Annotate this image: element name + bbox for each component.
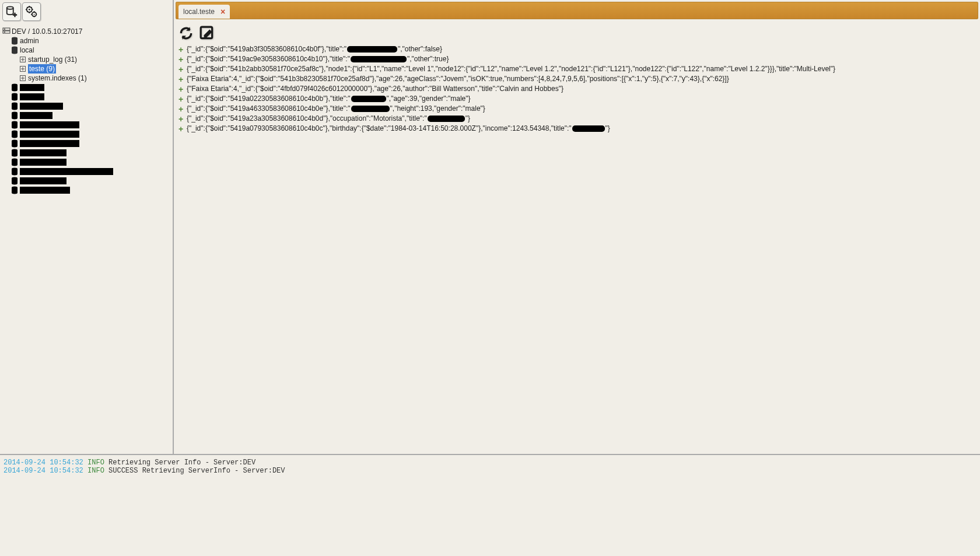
tree-collection-node[interactable]: startup_log (31) [2, 55, 170, 64]
document-row[interactable]: +{"_id":{"$oid":"541b2abb30581f70ce25af8… [178, 64, 975, 74]
database-icon [10, 102, 19, 110]
document-text: {"_id":{"$oid":"5419a07930583608610c4b0c… [187, 124, 572, 134]
document-row[interactable]: +{"_id":{"$oid":"5419a02230583608610c4b0… [178, 94, 975, 104]
database-icon [10, 130, 19, 138]
document-toolbar [174, 21, 980, 43]
redacted-label [20, 187, 70, 194]
document-text: {"_id":{"$oid":"5419a23a30583608610c4b0d… [187, 114, 427, 124]
settings-button[interactable] [22, 2, 41, 21]
database-icon [10, 111, 19, 120]
expand-icon[interactable]: + [178, 106, 184, 112]
document-row[interactable]: +{"Faixa Etaria":4,"_id":{"$oid":"541b3b… [178, 74, 975, 84]
tree-db-node[interactable]: admin [2, 36, 170, 46]
database-icon [10, 186, 19, 194]
document-text: ","height":193,"gender":"male"} [390, 104, 485, 114]
svg-rect-6 [3, 31, 10, 33]
database-icon [10, 121, 19, 129]
log-message: SUCCESS Retrieving ServerInfo - Server:D… [108, 467, 285, 475]
tree-collection-node[interactable]: teste (9) [2, 64, 170, 74]
document-text: {"Faixa Etaria":4,"_id":{"$oid":"541b3b8… [187, 74, 729, 84]
tree-db-node-redacted[interactable] [2, 158, 170, 167]
document-text: {"_id":{"$oid":"5419a02230583608610c4b0b… [187, 94, 351, 104]
svg-point-2 [29, 9, 30, 11]
expand-icon [19, 74, 27, 82]
document-text: "} [466, 114, 470, 124]
sidebar: DEV / 10.0.5.10:27017 admin local [0, 0, 174, 454]
redacted-value [351, 96, 386, 102]
svg-rect-5 [3, 28, 10, 30]
redacted-value [351, 56, 407, 62]
tree-collection-node[interactable]: system.indexes (1) [2, 74, 170, 83]
document-row[interactable]: +{"Faixa Etaria":4,"_id":{"$oid":"4fbfd0… [178, 84, 975, 94]
expand-icon [19, 65, 27, 73]
tree-db-node-redacted[interactable] [2, 148, 170, 158]
collection-label: system.indexes (1) [28, 74, 87, 83]
redacted-label [20, 168, 113, 175]
expand-icon[interactable]: + [178, 67, 184, 72]
redacted-label [20, 177, 66, 184]
document-text: ","other":false} [398, 44, 442, 54]
tree-db-node-redacted[interactable] [2, 120, 170, 130]
expand-icon[interactable]: + [178, 96, 184, 102]
log-level: INFO [88, 459, 104, 467]
log-panel: 2014-09-24 10:54:32 INFO Retrieving Serv… [0, 454, 980, 556]
redacted-value [351, 106, 390, 112]
redacted-label [20, 131, 79, 138]
refresh-button[interactable] [177, 25, 195, 42]
expand-icon[interactable]: + [178, 76, 184, 82]
expand-icon [19, 55, 27, 64]
document-row[interactable]: +{"_id":{"$oid":"5419a46330583608610c4b0… [178, 104, 975, 114]
document-text: {"_id":{"$oid":"5419ab3f30583608610c4b0f… [187, 44, 346, 54]
tab-bar: local.teste × [176, 2, 978, 19]
document-text: "} [606, 124, 610, 134]
expand-icon[interactable]: + [178, 116, 184, 122]
redacted-value [428, 116, 465, 122]
content-area: local.teste × +{"_id":{"$oid":"5419ab3f3… [174, 0, 980, 454]
tab-close-icon[interactable]: × [220, 7, 225, 16]
document-text: {"_id":{"$oid":"5419a46330583608610c4b0e… [187, 104, 351, 114]
document-row[interactable]: +{"_id":{"$oid":"5419ab3f30583608610c4b0… [178, 44, 975, 54]
tree-db-node-redacted[interactable] [2, 111, 170, 120]
log-message: Retrieving Server Info - Server:DEV [108, 459, 256, 467]
database-icon [10, 37, 19, 45]
tree-db-node-redacted[interactable] [2, 83, 170, 92]
document-list: +{"_id":{"$oid":"5419ab3f30583608610c4b0… [174, 43, 980, 138]
database-icon [10, 149, 19, 157]
database-icon [10, 158, 19, 166]
tree-db-node-redacted[interactable] [2, 167, 170, 176]
expand-icon[interactable]: + [178, 126, 184, 132]
tree-server-node[interactable]: DEV / 10.0.5.10:27017 [2, 27, 170, 36]
redacted-label [20, 93, 44, 100]
document-text: ","age":39,"gender":"male"} [387, 94, 471, 104]
new-connection-button[interactable] [2, 2, 21, 21]
tree-db-node-redacted[interactable] [2, 92, 170, 102]
tree-db-node-redacted[interactable] [2, 102, 170, 111]
tree-db-node[interactable]: local [2, 46, 170, 55]
redacted-label [20, 159, 66, 166]
database-icon [10, 46, 19, 54]
log-timestamp: 2014-09-24 10:54:32 [4, 467, 83, 475]
document-row[interactable]: +{"_id":{"$oid":"5419a07930583608610c4b0… [178, 124, 975, 134]
redacted-label [20, 121, 79, 128]
expand-icon[interactable]: + [178, 57, 184, 62]
edit-button[interactable] [198, 25, 216, 42]
document-text: {"Faixa Etaria":4,"_id":{"$oid":"4fbfd07… [187, 84, 564, 94]
tree-db-node-redacted[interactable] [2, 176, 170, 186]
server-icon [2, 27, 10, 36]
tree-db-node-redacted[interactable] [2, 139, 170, 148]
tree-db-node-redacted[interactable] [2, 130, 170, 139]
log-level: INFO [88, 467, 104, 475]
log-line: 2014-09-24 10:54:32 INFO SUCCESS Retriev… [4, 467, 977, 475]
tab[interactable]: local.teste × [178, 5, 230, 19]
tree-db-node-redacted[interactable] [2, 186, 170, 195]
expand-icon[interactable]: + [178, 86, 184, 92]
log-timestamp: 2014-09-24 10:54:32 [4, 459, 83, 467]
redacted-label [20, 140, 79, 147]
document-text: ","other":true} [407, 54, 449, 64]
log-line: 2014-09-24 10:54:32 INFO Retrieving Serv… [4, 459, 977, 467]
svg-point-8 [4, 32, 5, 33]
svg-point-0 [7, 6, 13, 9]
document-row[interactable]: +{"_id":{"$oid":"5419ac9e30583608610c4b1… [178, 54, 975, 64]
expand-icon[interactable]: + [178, 47, 184, 53]
document-row[interactable]: +{"_id":{"$oid":"5419a23a30583608610c4b0… [178, 114, 975, 124]
